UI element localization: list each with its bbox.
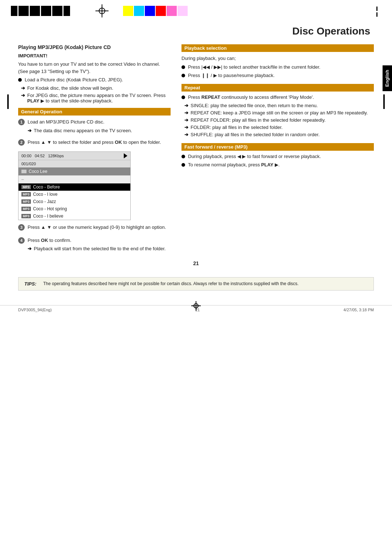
step-1-text: Load an MP3/JPEG Picture CD disc. [28,118,171,126]
track-name-1: Coco - Before [33,185,60,190]
right-column: Playback selection During playback, you … [181,44,374,257]
repeat-arrow-2-text: REPEAT ONE: keep a JPEG image still on t… [191,110,368,116]
arrow-icon-4: ➔ [28,246,32,251]
important-heading: IMPORTANT! [18,53,171,58]
arrow-icon-r4: ➔ [184,125,188,130]
step-1-arrow-text: The data disc menu appears on the TV scr… [34,128,132,133]
step-3-content: Press ▲ ▼ or use the numeric keypad (0-9… [28,224,171,233]
ff-bullet-1-text: During playback, press ◀ ▶ to fast forwa… [188,154,321,159]
repeat-arrow-3-text: REPEAT FOLDER: play all files in the sel… [191,117,326,123]
color-yellow [123,6,133,16]
player-time: 00:00 04:52 128Kbps [21,154,64,158]
playback-bullet-1: Press |◀◀ / ▶▶| to select another track/… [181,64,374,70]
mp3-player-mockup: 00:00 04:52 128Kbps 001/020 Coco Lee – M… [18,151,131,220]
repeat-arrow-4-text: FOLDER: play all files in the selected f… [191,125,283,130]
fastforward-header: Fast forward / reverse (MP3) [181,143,374,151]
step-4-arrow: ➔ Playback will start from the selected … [28,246,171,251]
color-pink [167,6,177,16]
right-page-mark [383,94,385,109]
arrow-icon-2: ➔ [21,93,25,104]
step-4-text: Press OK to confirm. [28,237,171,244]
player-track-3: MP3 Coco - Jazz [19,198,130,205]
color-blue [145,6,155,16]
repeat-arrow-1-text: SINGLE: play the selected file once, the… [191,103,318,108]
track-name-5: Coco - I believe [33,214,63,219]
load-disc-text: Load a Picture disc (Kodak Picture CD, J… [25,77,123,82]
step-4: 4 Press OK to confirm. ➔ Playback will s… [18,237,171,254]
page-number-area: 21 [18,260,374,266]
step-2: 2 Press ▲ ▼ to select the folder and pre… [18,139,171,148]
player-track-1: MP3 Coco - Before [19,183,130,191]
playback-bullet-1-text: Press |◀◀ / ▶▶| to select another track/… [188,64,320,70]
player-track-4: MP3 Coco - Hot spring [19,205,130,212]
ff-bullet-2: To resume normal playback, press PLAY ▶. [181,162,374,167]
black-block-4 [41,6,51,16]
playback-selection-header: Playback selection [181,44,374,52]
player-folder-name: Coco Lee [29,169,47,174]
arrow-icon-r3: ➔ [184,117,188,123]
tips-text: The operating features described here mi… [43,281,299,287]
repeat-arrow-5-text: SHUFFLE: play all files in the selected … [191,132,320,137]
step-4-arrow-text: Playback will start from the selected fi… [34,246,166,251]
step-4-number: 4 [18,237,25,244]
repeat-arrow-5: ➔ SHUFFLE: play all files in the selecte… [181,132,374,137]
bullet-dot-icon-ff1 [181,155,185,158]
bullet-dot-icon-ff2 [181,163,185,167]
bullet-dot-icon-r1 [181,96,185,99]
black-block-3 [30,6,40,16]
step-1-number: 1 [18,119,25,125]
color-lightpink [177,6,188,16]
important-text: You have to turn on your TV and set to t… [18,61,171,75]
player-track-5: MP3 Coco - I believe [19,212,130,220]
track-name-4: Coco - Hot spring [33,206,67,211]
mp3-badge-3: MP3 [21,199,31,204]
bullet-dot-icon-pb2 [181,74,185,77]
mp3-badge-4: MP3 [21,207,31,211]
bottom-crosshair-icon [191,301,201,311]
playing-section-heading: Playing MP3/JPEG (Kodak) Picture CD [18,44,171,50]
mp3-badge-5: MP3 [21,214,31,218]
ff-bullet-1: During playback, press ◀ ▶ to fast forwa… [181,154,374,159]
black-block-5 [52,6,62,16]
repeat-arrow-4: ➔ FOLDER: play all files in the selected… [181,125,374,130]
player-blank-row: – [19,175,130,183]
sidebar-label: English [383,65,392,91]
left-column: Playing MP3/JPEG (Kodak) Picture CD IMPO… [18,44,171,257]
step-2-number: 2 [18,139,25,146]
left-page-mark [7,94,9,109]
page-number: 21 [193,260,199,266]
arrow-icon: ➔ [21,85,25,91]
player-track-2: MP3 Coco - I love [19,191,130,198]
color-cyan [134,6,144,16]
step-3-text: Press ▲ ▼ or use the numeric keypad (0-9… [28,224,171,231]
player-track-count: 001/020 [19,160,130,167]
step-3: 3 Press ▲ ▼ or use the numeric keypad (0… [18,224,171,233]
color-red [156,6,166,16]
top-bar [0,0,392,22]
step-1-arrow: ➔ The data disc menu appears on the TV s… [28,128,171,133]
player-folder-row: Coco Lee [19,167,130,175]
playback-intro: During playback, you can; [181,55,374,62]
track-name-3: Coco - Jazz [33,199,56,204]
bullet-dot-icon-pb1 [181,65,185,69]
repeat-arrow-1: ➔ SINGLE: play the selected file once, t… [181,103,374,108]
load-disc-bullet: Load a Picture disc (Kodak Picture CD, J… [18,77,171,82]
arrow-icon-r1: ➔ [184,103,188,108]
top-crosshair-icon [95,4,109,17]
player-track-count-text: 001/020 [21,162,36,166]
ff-bullet-2-text: To resume normal playback, press PLAY ▶. [188,162,279,167]
two-column-layout: Playing MP3/JPEG (Kodak) Picture CD IMPO… [18,44,374,257]
top-right-marks [376,7,377,17]
jpeg-arrow-text: For JPEG disc, the picture menu appears … [27,93,171,104]
arrow-icon-r5: ➔ [184,132,188,137]
black-block-6 [64,6,70,16]
footer-right: 4/27/05, 3:18 PM [343,308,374,312]
repeat-arrow-3: ➔ REPEAT FOLDER: play all files in the s… [181,117,374,123]
page-title: Disc Operations [18,25,374,37]
step-3-number: 3 [18,224,25,231]
step-4-content: Press OK to confirm. ➔ Playback will sta… [28,237,171,254]
mp3-badge-2: MP3 [21,192,31,197]
playback-bullet-2: Press ❙❙ / ▶ to pause/resume playback. [181,73,374,78]
page-content: Disc Operations English Playing MP3/JPEG… [0,22,392,305]
track-name-2: Coco - I love [33,192,57,197]
